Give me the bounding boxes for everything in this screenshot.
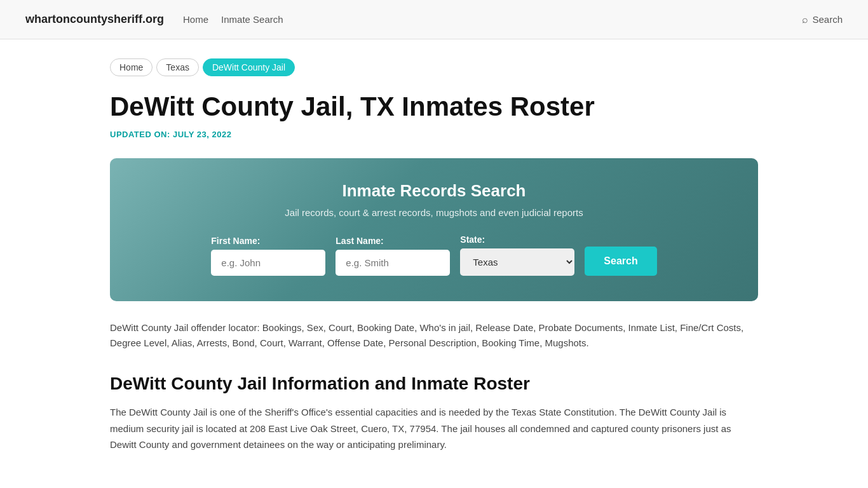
breadcrumb: Home Texas DeWitt County Jail — [110, 58, 758, 76]
first-name-label: First Name: — [211, 236, 260, 246]
navbar-search-label[interactable]: Search — [812, 14, 843, 25]
page-title: DeWitt County Jail, TX Inmates Roster — [110, 92, 758, 122]
nav-inmate-search[interactable]: Inmate Search — [221, 14, 283, 25]
search-icon: ⌕ — [802, 14, 808, 25]
main-content: Home Texas DeWitt County Jail DeWitt Cou… — [85, 39, 783, 485]
site-brand[interactable]: whartoncountysheriff.org — [25, 13, 164, 26]
state-select[interactable]: AlabamaAlaskaArizonaArkansasCaliforniaCo… — [460, 248, 574, 276]
description-text: DeWitt County Jail offender locator: Boo… — [110, 320, 758, 351]
widget-form: First Name: Last Name: State: AlabamaAla… — [148, 234, 720, 276]
first-name-group: First Name: — [211, 236, 325, 276]
breadcrumb-dewitt[interactable]: DeWitt County Jail — [203, 58, 295, 76]
state-label: State: — [460, 234, 485, 245]
breadcrumb-texas[interactable]: Texas — [156, 58, 199, 76]
nav-home[interactable]: Home — [183, 14, 208, 25]
search-widget: Inmate Records Search Jail records, cour… — [110, 158, 758, 301]
nav-links: Home Inmate Search — [183, 14, 783, 25]
section-title: DeWitt County Jail Information and Inmat… — [110, 374, 758, 394]
last-name-input[interactable] — [336, 250, 450, 276]
navbar: whartoncountysheriff.org Home Inmate Sea… — [0, 0, 868, 39]
last-name-label: Last Name: — [336, 236, 383, 246]
search-button[interactable]: Search — [585, 247, 656, 276]
breadcrumb-home[interactable]: Home — [110, 58, 153, 76]
updated-date: UPDATED ON: JULY 23, 2022 — [110, 130, 758, 139]
state-group: State: AlabamaAlaskaArizonaArkansasCalif… — [460, 234, 574, 276]
navbar-search[interactable]: ⌕ Search — [802, 14, 843, 25]
widget-title: Inmate Records Search — [148, 181, 720, 201]
first-name-input[interactable] — [211, 250, 325, 276]
last-name-group: Last Name: — [336, 236, 450, 276]
widget-subtitle: Jail records, court & arrest records, mu… — [148, 207, 720, 218]
section-body: The DeWitt County Jail is one of the She… — [110, 404, 758, 453]
